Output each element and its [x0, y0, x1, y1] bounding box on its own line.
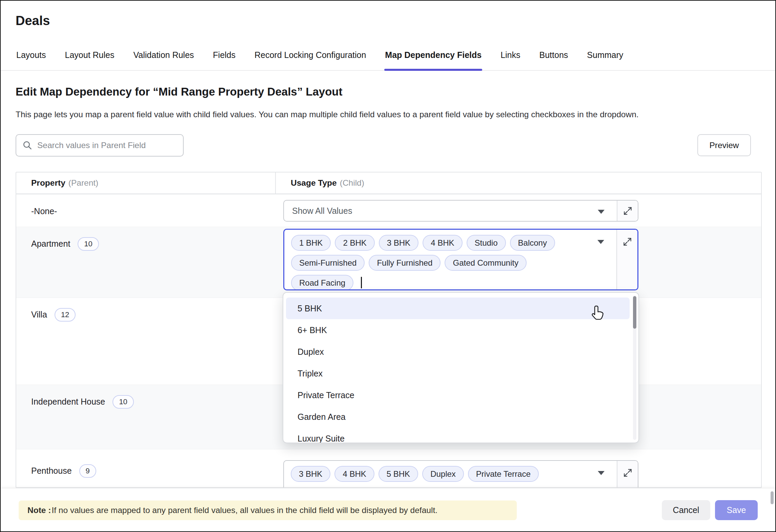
dropdown-item[interactable]: 5 BHK	[286, 298, 630, 319]
expand-button[interactable]	[617, 461, 638, 488]
tab-fields[interactable]: Fields	[212, 47, 236, 70]
table-row-apartment: Apartment 10 1 BHK 2 BHK 3 BHK 4 BHK Stu…	[16, 227, 761, 298]
selected-chips: 1 BHK 2 BHK 3 BHK 4 BHK Studio Balcony S…	[284, 230, 616, 290]
tab-links[interactable]: Links	[500, 47, 521, 70]
section-description: This page lets you map a parent field va…	[16, 110, 639, 119]
parent-value-label: Villa	[31, 308, 47, 321]
hand-pointer-cursor	[591, 305, 607, 323]
footer-bar: Note :If no values are mapped to any par…	[1, 488, 775, 532]
tab-layouts[interactable]: Layouts	[16, 47, 47, 70]
child-select-none[interactable]: Show All Values	[283, 200, 638, 222]
dropdown-item[interactable]: Luxury Suite	[286, 428, 630, 443]
text-cursor	[361, 277, 362, 288]
note-banner: Note :If no values are mapped to any par…	[19, 500, 517, 520]
tab-record-locking-configuration[interactable]: Record Locking Configuration	[254, 47, 367, 70]
note-text: If no values are mapped to any parent fi…	[52, 506, 437, 515]
page-scrollbar-thumb[interactable]	[771, 491, 774, 504]
table-header: Property(Parent) Usage Type(Child)	[16, 172, 761, 194]
preview-button[interactable]: Preview	[697, 134, 751, 156]
dropdown-item[interactable]: 6+ BHK	[286, 319, 630, 341]
chip[interactable]: 5 BHK	[379, 466, 418, 482]
column-header-parent: Property(Parent)	[16, 172, 276, 193]
tab-summary[interactable]: Summary	[586, 47, 624, 70]
dropdown-item[interactable]: Private Terrace	[286, 384, 630, 406]
parent-cell-apartment: Apartment 10	[16, 227, 276, 298]
chip[interactable]: 1 BHK	[291, 235, 331, 251]
cancel-button[interactable]: Cancel	[662, 500, 710, 520]
dropdown-item[interactable]: Garden Area	[286, 406, 630, 428]
search-input[interactable]	[37, 141, 177, 150]
dropdown-item[interactable]: Triplex	[286, 363, 630, 384]
expand-icon	[623, 237, 632, 246]
child-values-dropdown: 5 BHK 6+ BHK Duplex Triplex Private Terr…	[283, 292, 639, 443]
expand-button[interactable]	[616, 230, 637, 289]
value-count-badge: 9	[79, 464, 96, 478]
search-box	[16, 134, 184, 157]
search-icon	[22, 140, 33, 150]
tab-map-dependency-fields[interactable]: Map Dependency Fields	[384, 47, 482, 70]
select-placeholder-text: Show All Values	[284, 206, 352, 216]
chip[interactable]: Road Facing	[291, 275, 353, 290]
child-select-penthouse[interactable]: 3 BHK 4 BHK 5 BHK Duplex Private Terrace	[283, 460, 638, 488]
dropdown-item[interactable]: Duplex	[286, 341, 630, 363]
parent-cell-villa: Villa 12	[16, 298, 276, 385]
settings-page: Deals Layouts Layout Rules Validation Ru…	[0, 0, 776, 532]
parent-value-label: -None-	[31, 205, 57, 218]
page-title: Deals	[16, 14, 50, 28]
note-label: Note :	[27, 506, 51, 515]
parent-value-label: Independent House	[31, 395, 105, 408]
chevron-down-icon[interactable]	[598, 210, 605, 214]
chip[interactable]: 2 BHK	[335, 235, 374, 251]
chevron-down-icon[interactable]	[597, 240, 604, 244]
chip[interactable]: 3 BHK	[291, 466, 330, 482]
child-select-apartment-focused[interactable]: 1 BHK 2 BHK 3 BHK 4 BHK Studio Balcony S…	[283, 229, 638, 290]
section-title: Edit Map Dependency for “Mid Range Prope…	[16, 85, 343, 98]
selected-chips: 3 BHK 4 BHK 5 BHK Duplex Private Terrace	[284, 461, 617, 487]
expand-icon	[623, 206, 632, 216]
chip[interactable]: Studio	[467, 235, 506, 251]
parent-value-label: Apartment	[31, 237, 70, 250]
table-row-penthouse: Penthouse 9 3 BHK 4 BHK 5 BHK Duplex Pri…	[16, 449, 761, 488]
parent-value-label: Penthouse	[31, 464, 72, 477]
chip[interactable]: Fully Furnished	[369, 255, 441, 271]
parent-cell-penthouse: Penthouse 9	[16, 449, 276, 488]
tab-validation-rules[interactable]: Validation Rules	[133, 47, 195, 70]
expand-button[interactable]	[617, 201, 638, 221]
chip[interactable]: Duplex	[422, 466, 464, 482]
value-count-badge: 12	[55, 308, 76, 322]
table-row-none: -None- Show All Values	[16, 194, 761, 227]
value-count-badge: 10	[113, 395, 134, 409]
chip[interactable]: Balcony	[510, 235, 555, 251]
chip[interactable]: 4 BHK	[423, 235, 462, 251]
parent-cell-none: -None-	[16, 195, 276, 227]
chip[interactable]: Gated Community	[445, 255, 526, 271]
column-header-child: Usage Type(Child)	[276, 178, 761, 188]
chevron-down-icon[interactable]	[598, 471, 605, 475]
chip[interactable]: 3 BHK	[379, 235, 418, 251]
dropdown-scrollbar[interactable]	[633, 295, 636, 440]
parent-cell-independent-house: Independent House 10	[16, 385, 276, 449]
chip[interactable]: 4 BHK	[334, 466, 374, 482]
chip[interactable]: Private Terrace	[468, 466, 539, 482]
chip[interactable]: Semi-Furnished	[291, 255, 365, 271]
tab-layout-rules[interactable]: Layout Rules	[64, 47, 115, 70]
expand-icon	[623, 468, 632, 477]
value-count-badge: 10	[78, 237, 99, 251]
save-button[interactable]: Save	[715, 500, 758, 520]
tabbar: Layouts Layout Rules Validation Rules Fi…	[1, 47, 775, 71]
dropdown-scrollbar-thumb[interactable]	[633, 296, 636, 329]
tab-buttons[interactable]: Buttons	[539, 47, 569, 70]
